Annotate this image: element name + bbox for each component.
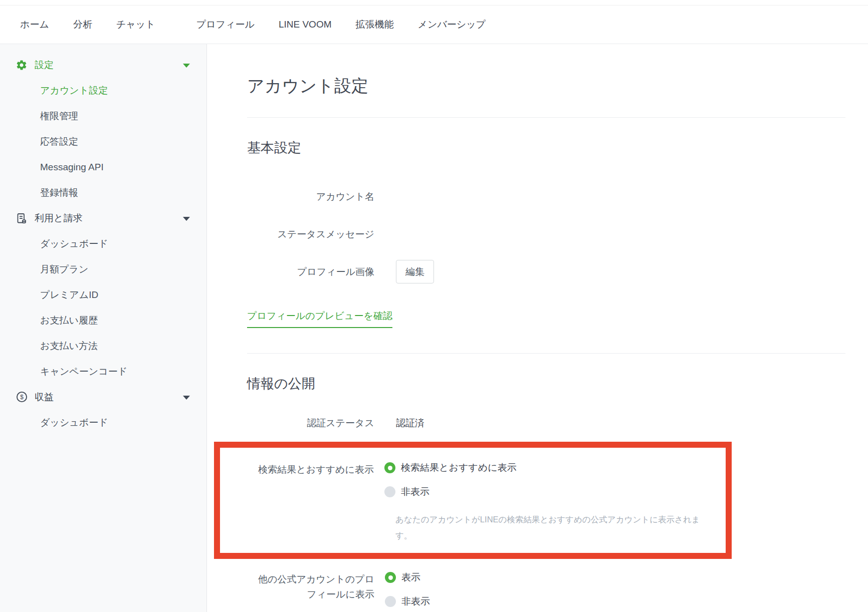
divider <box>247 117 845 118</box>
chevron-down-icon <box>183 217 190 221</box>
top-nav: ホーム 分析 チャット プロフィール LINE VOOM 拡張機能 メンバーシッ… <box>0 5 868 44</box>
sidebar-section-label: 設定 <box>35 59 54 72</box>
sidebar-item-permissions[interactable]: 権限管理 <box>0 103 206 129</box>
sidebar-section-settings[interactable]: 設定 <box>0 52 206 78</box>
radio-option-hide-in-search[interactable]: 非表示 <box>384 486 716 497</box>
search-visibility-options: 検索結果とおすすめに表示 非表示 あなたのアカウントがLINEの検索結果とおすす… <box>384 462 716 543</box>
billing-icon <box>15 212 28 225</box>
nav-tab-analytics[interactable]: 分析 <box>73 18 92 31</box>
search-visibility-label: 検索結果とおすすめに表示 <box>247 462 374 477</box>
account-name-label: アカウント名 <box>247 189 374 204</box>
verification-status-value: 認証済 <box>396 417 424 430</box>
verification-status-row: 認証ステータス 認証済 <box>247 416 845 431</box>
search-visibility-row: 検索結果とおすすめに表示 検索結果とおすすめに表示 非表示 あなたのアカウントが… <box>247 462 716 543</box>
chevron-down-icon <box>183 64 190 68</box>
profile-image-control: 編集 <box>396 260 434 283</box>
radio-option-show-on-profiles[interactable]: 表示 <box>385 572 821 583</box>
gear-icon <box>15 59 28 72</box>
status-message-row: ステータスメッセージ <box>247 222 845 246</box>
sidebar-section-label: 利用と請求 <box>35 212 82 225</box>
info-publish-heading: 情報の公開 <box>247 375 845 393</box>
sidebar-item-account-settings[interactable]: アカウント設定 <box>0 78 206 103</box>
nav-group-primary: ホーム 分析 チャット <box>20 18 155 31</box>
sidebar-item-monthly-plan[interactable]: 月額プラン <box>0 256 206 282</box>
red-highlight-annotation: 検索結果とおすすめに表示 検索結果とおすすめに表示 非表示 あなたのアカウントが… <box>214 442 732 559</box>
radio-selected-icon[interactable] <box>384 462 395 473</box>
sidebar-item-payment-method[interactable]: お支払い方法 <box>0 333 206 359</box>
radio-option-show-in-search[interactable]: 検索結果とおすすめに表示 <box>384 462 716 473</box>
radio-option-hide-on-profiles[interactable]: 非表示 <box>385 596 821 607</box>
nav-tab-profile[interactable]: プロフィール <box>196 18 255 31</box>
radio-option-label: 表示 <box>401 572 420 583</box>
sidebar-section-revenue[interactable]: $ 収益 <box>0 384 206 410</box>
nav-tab-membership[interactable]: メンバーシップ <box>417 18 486 31</box>
revenue-icon: $ <box>15 391 28 404</box>
sidebar-item-revenue-dashboard[interactable]: ダッシュボード <box>0 410 206 435</box>
nav-tab-chat[interactable]: チャット <box>116 18 155 31</box>
radio-unselected-icon[interactable] <box>384 486 395 497</box>
radio-selected-icon[interactable] <box>385 572 396 583</box>
line-oa-manager-page: ホーム 分析 チャット プロフィール LINE VOOM 拡張機能 メンバーシッ… <box>0 0 868 612</box>
svg-text:$: $ <box>20 394 24 401</box>
other-profile-visibility-options: 表示 非表示 他の公式アカウントのプロフィールであなたのアカウントをおすすめとし… <box>385 572 821 612</box>
sidebar: 設定 アカウント設定 権限管理 応答設定 Messaging API 登録情報 … <box>0 44 207 612</box>
profile-image-label: プロフィール画像 <box>247 264 374 279</box>
sidebar-item-payment-history[interactable]: お支払い履歴 <box>0 308 206 333</box>
nav-tab-home[interactable]: ホーム <box>20 18 49 31</box>
other-profile-visibility-label: 他の公式アカウントのプロ フィールに表示 <box>247 572 374 602</box>
radio-option-label: 非表示 <box>401 486 429 497</box>
search-visibility-note: あなたのアカウントがLINEの検索結果とおすすめの公式アカウントに表示されます。 <box>395 511 716 543</box>
sidebar-item-billing-dashboard[interactable]: ダッシュボード <box>0 231 206 256</box>
sidebar-item-premium-id[interactable]: プレミアムID <box>0 282 206 308</box>
account-name-row: アカウント名 <box>247 185 845 208</box>
radio-unselected-icon[interactable] <box>385 596 396 607</box>
basic-settings-heading: 基本設定 <box>247 139 845 157</box>
basic-settings-rows: アカウント名 ステータスメッセージ プロフィール画像 編集 <box>247 185 845 283</box>
status-message-label: ステータスメッセージ <box>247 227 374 242</box>
chevron-down-icon <box>183 396 190 400</box>
other-profile-visibility-row: 他の公式アカウントのプロ フィールに表示 表示 非表示 他の公式アカウントのプロ… <box>247 572 845 612</box>
page-title: アカウント設定 <box>247 73 845 98</box>
sidebar-section-usage-billing[interactable]: 利用と請求 <box>0 205 206 231</box>
main-content: アカウント設定 基本設定 アカウント名 ステータスメッセージ プロフィール画像 … <box>207 44 868 612</box>
edit-button[interactable]: 編集 <box>396 260 434 283</box>
nav-tab-line-voom[interactable]: LINE VOOM <box>279 19 332 30</box>
divider <box>247 353 845 354</box>
sidebar-item-campaign-code[interactable]: キャンペーンコード <box>0 359 206 384</box>
verification-status-label: 認証ステータス <box>247 416 374 431</box>
sidebar-item-response-settings[interactable]: 応答設定 <box>0 129 206 154</box>
sidebar-item-messaging-api[interactable]: Messaging API <box>0 154 206 180</box>
sidebar-section-label: 収益 <box>35 391 54 404</box>
radio-option-label: 非表示 <box>401 596 430 607</box>
profile-preview-link[interactable]: プロフィールのプレビューを確認 <box>247 310 392 328</box>
sidebar-item-registration-info[interactable]: 登録情報 <box>0 180 206 205</box>
radio-option-label: 検索結果とおすすめに表示 <box>401 462 517 473</box>
profile-image-row: プロフィール画像 編集 <box>247 260 845 283</box>
nav-group-secondary: プロフィール LINE VOOM 拡張機能 メンバーシップ <box>196 18 486 31</box>
nav-tab-extensions[interactable]: 拡張機能 <box>355 18 393 31</box>
